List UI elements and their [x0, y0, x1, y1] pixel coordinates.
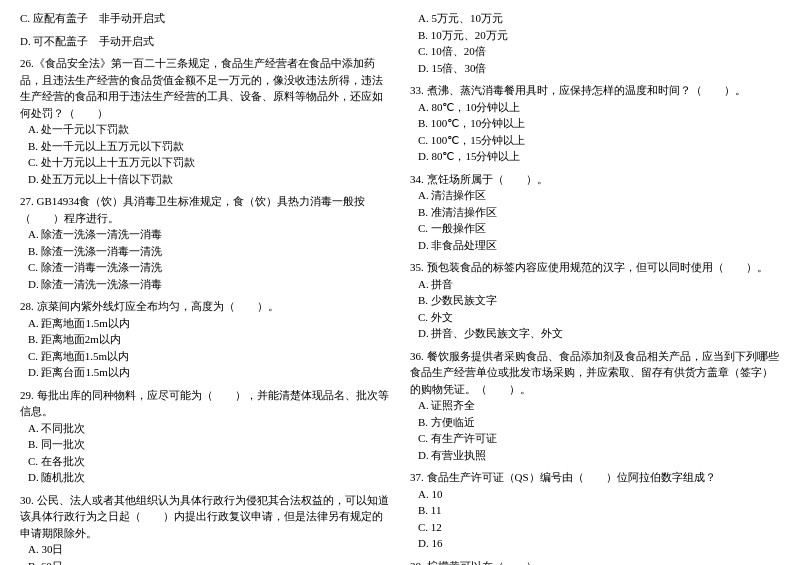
- q32-opt-c: C. 10倍、20倍: [418, 43, 780, 60]
- q30-opt-b: B. 60日: [28, 558, 390, 566]
- q28-opt-c: C. 距离地面1.5m以内: [28, 348, 390, 365]
- q32-opt-a: A. 5万元、10万元: [418, 10, 780, 27]
- q33-opt-d: D. 80℃，15分钟以上: [418, 148, 780, 165]
- q37-opt-b: B. 11: [418, 502, 780, 519]
- q26-opt-c: C. 处十万元以上十五万元以下罚款: [28, 154, 390, 171]
- q30-text: 30. 公民、法人或者其他组织认为具体行政行为侵犯其合法权益的，可以知道该具体行…: [20, 494, 389, 539]
- option-d-item: D. 可不配盖子 手动开启式: [20, 33, 390, 50]
- q26-opt-b: B. 处一千元以上五万元以下罚款: [28, 138, 390, 155]
- q33-text: 33. 煮沸、蒸汽消毒餐用具时，应保持怎样的温度和时间？（ ）。: [410, 84, 746, 96]
- q36-opt-d: D. 有营业执照: [418, 447, 780, 464]
- question-30: 30. 公民、法人或者其他组织认为具体行政行为侵犯其合法权益的，可以知道该具体行…: [20, 492, 390, 566]
- q33-opt-c: C. 100℃，15分钟以上: [418, 132, 780, 149]
- question-28: 28. 凉菜间内紫外线灯应全布均匀，高度为（ ）。 A. 距离地面1.5m以内 …: [20, 298, 390, 381]
- q34-opt-b: B. 准清洁操作区: [418, 204, 780, 221]
- q36-opt-c: C. 有生产许可证: [418, 430, 780, 447]
- question-26: 26.《食品安全法》第一百二十三条规定，食品生产经营者在食品中添加药品，且违法生…: [20, 55, 390, 187]
- q29-opt-b: B. 同一批次: [28, 436, 390, 453]
- option-d-text: D. 可不配盖子 手动开启式: [20, 33, 390, 50]
- page-container: C. 应配有盖子 非手动开启式 D. 可不配盖子 手动开启式 26.《食品安全法…: [20, 10, 780, 565]
- q29-options: A. 不同批次 B. 同一批次 C. 在各批次 D. 随机批次: [20, 420, 390, 486]
- q28-options: A. 距离地面1.5m以内 B. 距离地面2m以内 C. 距离地面1.5m以内 …: [20, 315, 390, 381]
- q27-opt-d: D. 除渣一清洗一洗涤一消毒: [28, 276, 390, 293]
- q36-options: A. 证照齐全 B. 方便临近 C. 有生产许可证 D. 有营业执照: [410, 397, 780, 463]
- q36-opt-b: B. 方便临近: [418, 414, 780, 431]
- question-36: 36. 餐饮服务提供者采购食品、食品添加剂及食品相关产品，应当到下列哪些食品生产…: [410, 348, 780, 464]
- q38-text: 38. 柠檬黄可以在（ ）。: [410, 560, 548, 566]
- q26-opt-d: D. 处五万元以上十倍以下罚款: [28, 171, 390, 188]
- q29-opt-d: D. 随机批次: [28, 469, 390, 486]
- q27-opt-a: A. 除渣一洗涤一清洗一消毒: [28, 226, 390, 243]
- q33-opt-a: A. 80℃，10分钟以上: [418, 99, 780, 116]
- left-column: C. 应配有盖子 非手动开启式 D. 可不配盖子 手动开启式 26.《食品安全法…: [20, 10, 390, 565]
- q28-opt-a: A. 距离地面1.5m以内: [28, 315, 390, 332]
- q37-options: A. 10 B. 11 C. 12 D. 16: [410, 486, 780, 552]
- question-27: 27. GB14934食（饮）具消毒卫生标准规定，食（饮）具热力消毒一般按（ ）…: [20, 193, 390, 292]
- q27-opt-b: B. 除渣一洗涤一消毒一清洗: [28, 243, 390, 260]
- q26-opt-a: A. 处一千元以下罚款: [28, 121, 390, 138]
- q36-text: 36. 餐饮服务提供者采购食品、食品添加剂及食品相关产品，应当到下列哪些食品生产…: [410, 350, 779, 395]
- q35-opt-a: A. 拼音: [418, 276, 780, 293]
- q28-opt-b: B. 距离地面2m以内: [28, 331, 390, 348]
- q30-opt-a: A. 30日: [28, 541, 390, 558]
- q27-opt-c: C. 除渣一消毒一洗涤一清洗: [28, 259, 390, 276]
- q30-options: A. 30日 B. 60日 C. 三个月 D. 一年: [20, 541, 390, 565]
- q37-text: 37. 食品生产许可证（QS）编号由（ ）位阿拉伯数字组成？: [410, 471, 716, 483]
- q34-opt-c: C. 一般操作区: [418, 220, 780, 237]
- q32-opt-d: D. 15倍、30倍: [418, 60, 780, 77]
- q32-cont-options: A. 5万元、10万元 B. 10万元、20万元 C. 10倍、20倍 D. 1…: [410, 10, 780, 76]
- q37-opt-a: A. 10: [418, 486, 780, 503]
- q29-opt-c: C. 在各批次: [28, 453, 390, 470]
- q34-opt-d: D. 非食品处理区: [418, 237, 780, 254]
- question-38: 38. 柠檬黄可以在（ ）。 A. 所有食品品种中使用 B. 限定的食品品种中任…: [410, 558, 780, 566]
- q34-opt-a: A. 清洁操作区: [418, 187, 780, 204]
- option-c-text: C. 应配有盖子 非手动开启式: [20, 10, 390, 27]
- q27-options: A. 除渣一洗涤一清洗一消毒 B. 除渣一洗涤一消毒一清洗 C. 除渣一消毒一洗…: [20, 226, 390, 292]
- question-35: 35. 预包装食品的标签内容应使用规范的汉字，但可以同时使用（ ）。 A. 拼音…: [410, 259, 780, 342]
- q35-opt-b: B. 少数民族文字: [418, 292, 780, 309]
- q35-opt-c: C. 外文: [418, 309, 780, 326]
- q34-options: A. 清洁操作区 B. 准清洁操作区 C. 一般操作区 D. 非食品处理区: [410, 187, 780, 253]
- q33-opt-b: B. 100℃，10分钟以上: [418, 115, 780, 132]
- right-column: A. 5万元、10万元 B. 10万元、20万元 C. 10倍、20倍 D. 1…: [410, 10, 780, 565]
- q35-opt-d: D. 拼音、少数民族文字、外文: [418, 325, 780, 342]
- question-33: 33. 煮沸、蒸汽消毒餐用具时，应保持怎样的温度和时间？（ ）。 A. 80℃，…: [410, 82, 780, 165]
- q32-continued-options: A. 5万元、10万元 B. 10万元、20万元 C. 10倍、20倍 D. 1…: [410, 10, 780, 76]
- q29-text: 29. 每批出库的同种物料，应尽可能为（ ），并能清楚体现品名、批次等信息。: [20, 389, 389, 418]
- q27-text: 27. GB14934食（饮）具消毒卫生标准规定，食（饮）具热力消毒一般按（ ）…: [20, 195, 365, 224]
- q28-opt-d: D. 距离台面1.5m以内: [28, 364, 390, 381]
- q35-options: A. 拼音 B. 少数民族文字 C. 外文 D. 拼音、少数民族文字、外文: [410, 276, 780, 342]
- question-29: 29. 每批出库的同种物料，应尽可能为（ ），并能清楚体现品名、批次等信息。 A…: [20, 387, 390, 486]
- q28-text: 28. 凉菜间内紫外线灯应全布均匀，高度为（ ）。: [20, 300, 279, 312]
- q32-opt-b: B. 10万元、20万元: [418, 27, 780, 44]
- q29-opt-a: A. 不同批次: [28, 420, 390, 437]
- q36-opt-a: A. 证照齐全: [418, 397, 780, 414]
- q34-text: 34. 烹饪场所属于（ ）。: [410, 173, 548, 185]
- q33-options: A. 80℃，10分钟以上 B. 100℃，10分钟以上 C. 100℃，15分…: [410, 99, 780, 165]
- q37-opt-c: C. 12: [418, 519, 780, 536]
- question-37: 37. 食品生产许可证（QS）编号由（ ）位阿拉伯数字组成？ A. 10 B. …: [410, 469, 780, 552]
- two-column-layout: C. 应配有盖子 非手动开启式 D. 可不配盖子 手动开启式 26.《食品安全法…: [20, 10, 780, 565]
- option-c-item: C. 应配有盖子 非手动开启式: [20, 10, 390, 27]
- q26-text: 26.《食品安全法》第一百二十三条规定，食品生产经营者在食品中添加药品，且违法生…: [20, 57, 383, 119]
- q37-opt-d: D. 16: [418, 535, 780, 552]
- question-34: 34. 烹饪场所属于（ ）。 A. 清洁操作区 B. 准清洁操作区 C. 一般操…: [410, 171, 780, 254]
- q26-options: A. 处一千元以下罚款 B. 处一千元以上五万元以下罚款 C. 处十万元以上十五…: [20, 121, 390, 187]
- q35-text: 35. 预包装食品的标签内容应使用规范的汉字，但可以同时使用（ ）。: [410, 261, 768, 273]
